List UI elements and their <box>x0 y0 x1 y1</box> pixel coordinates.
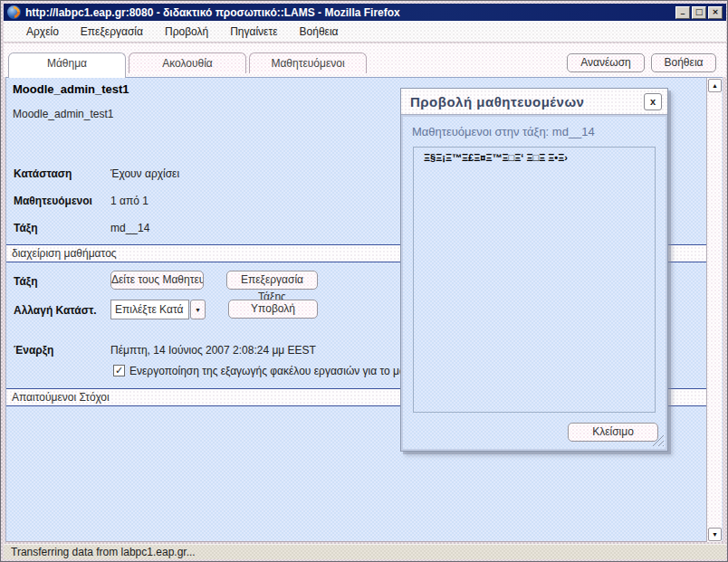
close-icon: × <box>712 8 719 16</box>
arrow-up-icon: ▲ <box>712 82 718 89</box>
dialog-close-button[interactable]: x <box>644 93 662 110</box>
window-frame: http://labpc1.eap.gr:8080 - διδακτικό πρ… <box>0 0 728 562</box>
minimize-icon: _ <box>681 6 685 14</box>
submit-button[interactable]: Υποβολή <box>228 300 318 319</box>
learners-listbox[interactable]: Ξ§Ξ¡Ξ™Ξ£Ξ¤Ξ™Ξ□Ξ‘ Ξ□Ξ Ξ•Ξ› <box>413 147 656 413</box>
tab-learners[interactable]: Μαθητευόμενοι <box>249 52 367 73</box>
status-field-value: Έχουν αρχίσει <box>110 167 179 180</box>
edit-class-button[interactable]: Επεξεργασία Τάξης <box>226 271 318 290</box>
firefox-icon <box>7 5 21 19</box>
help-button[interactable]: Βοήθεια <box>651 53 716 72</box>
status-bar: Transferring data from labpc1.eap.gr... <box>4 544 726 559</box>
class-field-value: md__14 <box>110 222 149 234</box>
view-learners-dialog: Προβολή μαθητευομένων x Μαθητευόμενοι στ… <box>400 88 668 452</box>
status-field-label: Κατάσταση <box>14 167 72 180</box>
learners-field-label: Μαθητευόμενοι <box>14 195 92 207</box>
window-controls: _ □ × <box>675 6 723 19</box>
title-bar[interactable]: http://labpc1.eap.gr:8080 - διδακτικό πρ… <box>4 4 726 21</box>
lesson-title: Moodle_admin_test1 <box>13 82 129 96</box>
dialog-close-action-button[interactable]: Κλείσιμο <box>568 423 658 442</box>
view-learners-button[interactable]: Δείτε τους Μαθητευ <box>110 271 204 290</box>
dialog-body: Μαθητευόμενοι στην τάξη: md__14 Ξ§Ξ¡Ξ™Ξ£… <box>401 115 667 451</box>
menu-view[interactable]: Προβολή <box>165 25 208 38</box>
menu-go[interactable]: Πηγαίνετε <box>230 25 277 38</box>
menu-help[interactable]: Βοήθεια <box>300 25 339 38</box>
menu-bar: Αρχείο Επεξεργασία Προβολή Πηγαίνετε Βοή… <box>4 21 726 43</box>
chevron-down-icon: ▼ <box>195 307 201 313</box>
class-field-label: Τάξη <box>14 222 38 234</box>
lesson-subtitle: Moodle_admin_test1 <box>13 108 113 120</box>
menu-edit[interactable]: Επεξεργασία <box>81 25 143 38</box>
dialog-title: Προβολή μαθητευομένων <box>410 94 644 110</box>
state-select[interactable]: Επιλέξτε Κατά <box>110 300 189 319</box>
export-portfolio-checkbox[interactable]: ✓ <box>113 365 125 376</box>
menu-file[interactable]: Αρχείο <box>26 25 59 38</box>
check-icon: ✓ <box>115 365 123 376</box>
minimize-button[interactable]: _ <box>675 6 690 19</box>
dialog-subtitle: Μαθητευόμενοι στην τάξη: md__14 <box>412 125 595 138</box>
start-row-value: Πέμπτη, 14 Ιούνιος 2007 2:08:24 μμ EEST <box>110 344 316 357</box>
maximize-icon: □ <box>695 8 704 16</box>
tab-lesson[interactable]: Μάθημα <box>8 52 126 78</box>
vertical-scrollbar[interactable]: ▲ ▼ <box>706 78 722 542</box>
arrow-down-icon: ▼ <box>712 531 718 538</box>
state-select-arrow-button[interactable]: ▼ <box>190 300 206 319</box>
state-row-label: Αλλαγή Κατάστ. <box>14 304 97 317</box>
class-row-label: Τάξη <box>14 275 38 288</box>
refresh-button[interactable]: Ανανέωση <box>567 53 645 72</box>
export-portfolio-label: Ενεργοποίηση της εξαγωγής φακέλου εργασι… <box>129 365 406 377</box>
scroll-down-button[interactable]: ▼ <box>708 528 722 541</box>
tab-sequence[interactable]: Ακολουθία <box>129 52 246 73</box>
window-title: http://labpc1.eap.gr:8080 - διδακτικό πρ… <box>25 6 675 19</box>
start-row-label: Έναρξη <box>14 344 53 357</box>
dialog-title-bar[interactable]: Προβολή μαθητευομένων x <box>401 89 667 115</box>
status-text: Transferring data from labpc1.eap.gr... <box>11 546 196 558</box>
close-icon: x <box>650 96 656 107</box>
learners-field-value: 1 από 1 <box>110 195 148 207</box>
close-button[interactable]: × <box>708 6 723 19</box>
tab-strip: Μάθημα Ακολουθία Μαθητευόμενοι Ανανέωση … <box>4 43 726 77</box>
scroll-up-button[interactable]: ▲ <box>708 79 722 92</box>
maximize-button[interactable]: □ <box>692 6 706 19</box>
learner-list-item[interactable]: Ξ§Ξ¡Ξ™Ξ£Ξ¤Ξ™Ξ□Ξ‘ Ξ□Ξ Ξ•Ξ› <box>424 152 645 163</box>
